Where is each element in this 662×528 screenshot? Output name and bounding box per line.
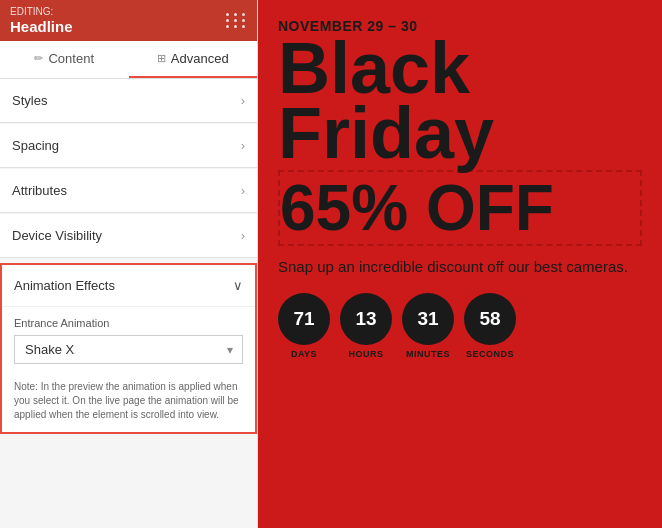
animation-note: Note: In the preview the animation is ap…: [2, 372, 255, 432]
chevron-right-icon: ›: [241, 228, 245, 243]
promo-description: Snap up an incredible discount off our b…: [278, 256, 642, 277]
chevron-right-icon: ›: [241, 93, 245, 108]
countdown-minutes-label: MINUTES: [406, 349, 450, 359]
right-panel: NOVEMBER 29 – 30 Black Friday 65% OFF Sn…: [258, 0, 662, 528]
sliders-icon: ⊞: [157, 52, 166, 65]
tab-content[interactable]: ✏ Content: [0, 41, 129, 78]
device-visibility-label: Device Visibility: [12, 228, 102, 243]
styles-label: Styles: [12, 93, 47, 108]
countdown-hours-label: HOURS: [348, 349, 383, 359]
tab-advanced[interactable]: ⊞ Advanced: [129, 41, 258, 78]
countdown-seconds-value: 58: [464, 293, 516, 345]
menu-item-attributes[interactable]: Attributes ›: [0, 169, 257, 213]
promo-discount: 65% OFF: [278, 170, 642, 246]
chevron-down-icon: ∨: [233, 278, 243, 293]
pencil-icon: ✏: [34, 52, 43, 65]
entrance-animation-dropdown-wrapper: Shake X None Shake Y Fade In Slide In Le…: [14, 335, 243, 364]
countdown-hours: 13 HOURS: [340, 293, 392, 359]
chevron-right-icon: ›: [241, 183, 245, 198]
menu-item-device-visibility[interactable]: Device Visibility ›: [0, 214, 257, 258]
attributes-label: Attributes: [12, 183, 67, 198]
promo-headline: Black Friday: [278, 36, 642, 166]
left-panel: EDITING: Headline ✏ Content ⊞ Advanced S…: [0, 0, 258, 528]
menu-item-styles[interactable]: Styles ›: [0, 79, 257, 123]
countdown-timer: 71 DAYS 13 HOURS 31 MINUTES 58 SECONDS: [278, 293, 642, 359]
editing-title: Headline: [10, 18, 73, 35]
editing-label: EDITING:: [10, 6, 73, 18]
countdown-seconds-label: SECONDS: [466, 349, 514, 359]
countdown-minutes: 31 MINUTES: [402, 293, 454, 359]
animation-effects-section: Animation Effects ∨ Entrance Animation S…: [0, 263, 257, 434]
tab-advanced-label: Advanced: [171, 51, 229, 66]
panel-tabs: ✏ Content ⊞ Advanced: [0, 41, 257, 79]
entrance-animation-label: Entrance Animation: [14, 317, 243, 329]
promo-headline-line2: Friday: [278, 101, 642, 166]
countdown-hours-value: 13: [340, 293, 392, 345]
chevron-right-icon: ›: [241, 138, 245, 153]
menu-item-spacing[interactable]: Spacing ›: [0, 124, 257, 168]
tab-content-label: Content: [48, 51, 94, 66]
countdown-days-label: DAYS: [291, 349, 317, 359]
countdown-days: 71 DAYS: [278, 293, 330, 359]
editing-bar: EDITING: Headline: [0, 0, 257, 41]
promo-headline-line1: Black: [278, 36, 642, 101]
countdown-seconds: 58 SECONDS: [464, 293, 516, 359]
entrance-animation-select[interactable]: Shake X None Shake Y Fade In Slide In Le…: [14, 335, 243, 364]
menu-list: Styles › Spacing › Attributes › Device V…: [0, 79, 257, 259]
animation-effects-header[interactable]: Animation Effects ∨: [2, 265, 255, 307]
animation-effects-label: Animation Effects: [14, 278, 115, 293]
grid-dots-icon: [226, 13, 247, 28]
spacing-label: Spacing: [12, 138, 59, 153]
editing-info: EDITING: Headline: [10, 6, 73, 35]
countdown-minutes-value: 31: [402, 293, 454, 345]
countdown-days-value: 71: [278, 293, 330, 345]
animation-content: Entrance Animation Shake X None Shake Y …: [2, 307, 255, 372]
